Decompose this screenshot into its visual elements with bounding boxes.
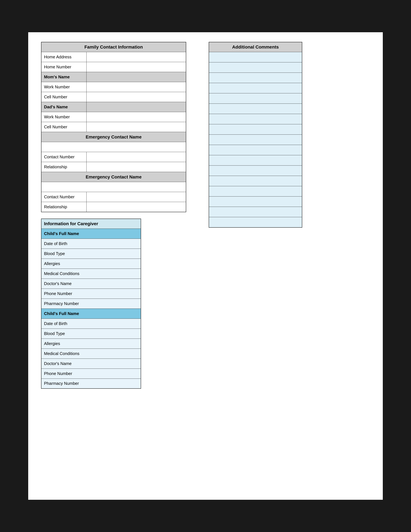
dads-name-value[interactable]: [86, 102, 186, 112]
table-row[interactable]: [209, 155, 302, 166]
table-row[interactable]: [209, 186, 302, 197]
comment-row-cell[interactable]: [209, 176, 302, 186]
emergency-2-contact-number-value[interactable]: [86, 192, 186, 202]
table-row: Doctor's Name: [41, 279, 141, 289]
comment-row-cell[interactable]: [209, 217, 302, 228]
table-row[interactable]: [209, 52, 302, 62]
comment-row-cell[interactable]: [209, 135, 302, 145]
table-row: Work Number: [41, 82, 186, 92]
table-row[interactable]: [209, 166, 302, 176]
emergency-1-relationship-value[interactable]: [86, 162, 186, 172]
emergency-contact-2-title: Emergency Contact Name: [41, 172, 186, 182]
dads-work-number-value[interactable]: [86, 112, 186, 122]
child1-doctors-name-label: Doctor's Name: [41, 279, 141, 289]
caregiver-table: Information for Caregiver Child's Full N…: [41, 218, 141, 389]
child1-medical-conditions-label: Medical Conditions: [41, 269, 141, 279]
moms-work-number-label: Work Number: [41, 82, 86, 92]
emergency-contact-1-name-value[interactable]: [41, 142, 186, 152]
emergency-contact-2-name-value[interactable]: [41, 182, 186, 192]
table-row[interactable]: [209, 145, 302, 155]
moms-name-value[interactable]: [86, 72, 186, 82]
comment-row-cell[interactable]: [209, 73, 302, 83]
comment-row-cell[interactable]: [209, 93, 302, 104]
child1-dob-label: Date of Birth: [41, 238, 141, 249]
table-row[interactable]: [209, 73, 302, 83]
child1-blood-type-label: Blood Type: [41, 249, 141, 259]
caregiver-title: Information for Caregiver: [41, 219, 141, 229]
table-row[interactable]: [209, 135, 302, 145]
emergency-contact-2-header: Emergency Contact Name: [41, 172, 186, 182]
table-row: Blood Type: [41, 249, 141, 259]
table-row: Mom's Name: [41, 72, 186, 82]
table-row: Contact Number: [41, 152, 186, 162]
table-row: Doctor's Name: [41, 359, 141, 369]
table-row: Date of Birth: [41, 319, 141, 329]
left-section: Family Contact Information Home Address …: [41, 42, 199, 389]
emergency-2-contact-number-label: Contact Number: [41, 192, 86, 202]
comment-row-cell[interactable]: [209, 52, 302, 62]
child1-full-name-label: Child's Full Name: [41, 228, 141, 238]
page: Family Contact Information Home Address …: [28, 32, 383, 500]
table-row: Work Number: [41, 112, 186, 122]
child2-header-row: Child's Full Name: [41, 309, 141, 319]
right-section: Additional Comments: [209, 42, 309, 389]
table-row: Phone Number: [41, 369, 141, 379]
dads-work-number-label: Work Number: [41, 112, 86, 122]
table-row[interactable]: [209, 62, 302, 73]
additional-comments-title: Additional Comments: [209, 42, 302, 52]
home-number-value[interactable]: [86, 62, 186, 72]
table-row: Pharmacy Number: [41, 379, 141, 389]
comment-row-cell[interactable]: [209, 186, 302, 197]
child2-allergies-label: Allergies: [41, 339, 141, 349]
child2-medical-conditions-label: Medical Conditions: [41, 349, 141, 359]
table-row[interactable]: [209, 114, 302, 124]
comment-row-cell[interactable]: [209, 124, 302, 135]
table-row: Home Number: [41, 62, 186, 72]
table-row: Dad's Name: [41, 102, 186, 112]
table-row[interactable]: [209, 83, 302, 93]
emergency-1-contact-number-value[interactable]: [86, 152, 186, 162]
moms-name-label: Mom's Name: [41, 72, 86, 82]
child1-header-row: Child's Full Name: [41, 228, 141, 238]
table-row[interactable]: [209, 124, 302, 135]
table-row: Cell Number: [41, 122, 186, 132]
comment-row-cell[interactable]: [209, 104, 302, 114]
comment-row-cell[interactable]: [209, 207, 302, 217]
table-row[interactable]: [209, 197, 302, 207]
table-row[interactable]: [209, 104, 302, 114]
moms-cell-number-value[interactable]: [86, 92, 186, 102]
table-row: Relationship: [41, 202, 186, 212]
emergency-1-contact-number-label: Contact Number: [41, 152, 86, 162]
table-row: Phone Number: [41, 289, 141, 299]
table-row: Pharmacy Number: [41, 299, 141, 309]
child2-phone-number-label: Phone Number: [41, 369, 141, 379]
table-row: Relationship: [41, 162, 186, 172]
home-number-label: Home Number: [41, 62, 86, 72]
dads-cell-number-value[interactable]: [86, 122, 186, 132]
comment-row-cell[interactable]: [209, 197, 302, 207]
emergency-2-relationship-label: Relationship: [41, 202, 86, 212]
table-row[interactable]: [209, 176, 302, 186]
table-row[interactable]: [209, 93, 302, 104]
family-contact-title: Family Contact Information: [41, 42, 186, 52]
child2-dob-label: Date of Birth: [41, 319, 141, 329]
emergency-contact-1-header: Emergency Contact Name: [41, 132, 186, 142]
dads-cell-number-label: Cell Number: [41, 122, 86, 132]
comment-row-cell[interactable]: [209, 114, 302, 124]
comment-row-cell[interactable]: [209, 166, 302, 176]
home-address-value[interactable]: [86, 52, 186, 62]
comment-row-cell[interactable]: [209, 83, 302, 93]
table-row: Date of Birth: [41, 238, 141, 249]
comment-row-cell[interactable]: [209, 62, 302, 73]
table-row[interactable]: [209, 217, 302, 228]
table-row: Allergies: [41, 339, 141, 349]
table-row: Allergies: [41, 259, 141, 269]
emergency-2-relationship-value[interactable]: [86, 202, 186, 212]
moms-work-number-value[interactable]: [86, 82, 186, 92]
comment-row-cell[interactable]: [209, 155, 302, 166]
table-row: Medical Conditions: [41, 349, 141, 359]
table-row: Medical Conditions: [41, 269, 141, 279]
comment-row-cell[interactable]: [209, 145, 302, 155]
child2-full-name-label: Child's Full Name: [41, 309, 141, 319]
table-row[interactable]: [209, 207, 302, 217]
